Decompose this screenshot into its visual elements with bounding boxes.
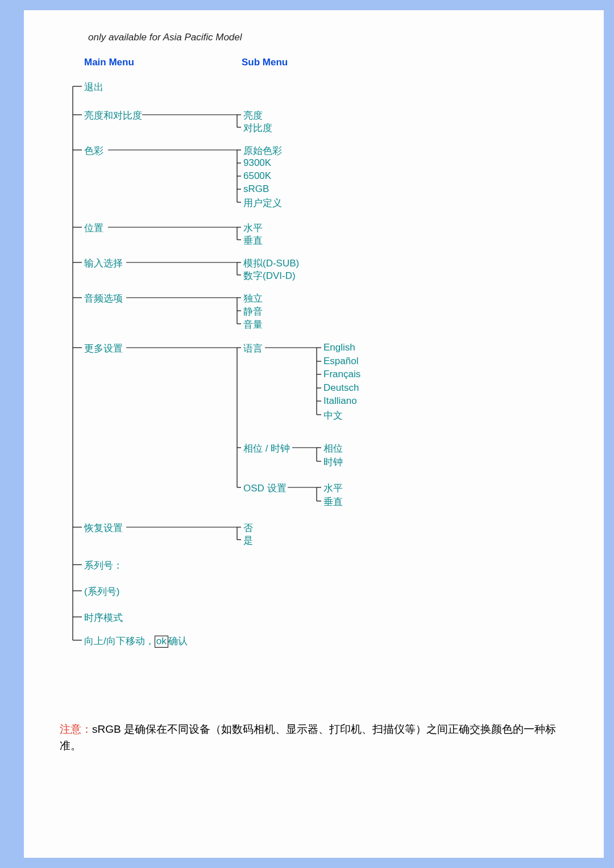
menu-more-settings: 更多设置 [84,342,123,355]
menu-exit: 退出 [84,81,103,94]
third-clock: 时钟 [323,456,343,469]
note-section: 注意：sRGB 是确保在不同设备（如数码相机、显示器、打印机、扫描仪等）之间正确… [60,721,566,754]
sub-brightness: 亮度 [243,109,263,122]
sub-reset-no: 否 [243,521,253,535]
menu-input-select: 输入选择 [84,257,123,270]
sub-reset-yes: 是 [243,534,253,547]
lang-french: Français [323,369,360,380]
note-label: 注意： [60,723,92,735]
sub-osd-settings: OSD 设置 [243,482,287,495]
sub-audio-mute: 静音 [243,305,263,318]
sub-audio-volume: 音量 [243,318,263,331]
ok-button-label: ok [155,636,168,648]
sub-audio-independent: 独立 [243,292,263,305]
sub-pos-v: 垂直 [243,234,263,247]
third-osd-h: 水平 [323,482,343,495]
menu-timing-mode: 时序模式 [84,611,123,624]
sub-input-analog: 模拟(D-SUB) [243,257,299,270]
lang-english: English [323,342,355,353]
menu-reset: 恢复设置 [84,521,123,535]
menu-color: 色彩 [84,144,103,157]
lang-chinese: 中文 [323,409,343,422]
lang-italian: Italliano [323,395,357,407]
sub-color-9300k: 9300K [243,157,271,169]
document-page: only available for Asia Pacific Model Ma… [24,10,604,858]
sub-contrast: 对比度 [243,122,272,135]
third-osd-v: 垂直 [323,495,343,508]
menu-audio: 音频选项 [84,292,123,305]
header-main-menu: Main Menu [84,57,134,68]
menu-nav-hint: 向上/向下移动，ok确认 [84,635,188,648]
sub-color-user: 用户定义 [243,197,282,210]
menu-serial-label: 系列号： [84,559,123,572]
sub-color-6500k: 6500K [243,170,271,182]
sub-color-original: 原始色彩 [243,144,282,157]
lang-spanish: Español [323,356,358,367]
header-sub-menu: Sub Menu [242,57,288,68]
nav-pre: 向上/向下移动， [84,636,155,646]
nav-post: 确认 [168,636,188,646]
sub-language: 语言 [243,342,263,355]
menu-position: 位置 [84,222,103,235]
note-text: sRGB 是确保在不同设备（如数码相机、显示器、打印机、扫描仪等）之间正确交换颜… [60,723,556,752]
sub-input-digital: 数字(DVI-D) [243,269,296,282]
lang-german: Deutsch [323,382,359,394]
menu-serial-value: (系列号) [84,585,119,598]
sub-color-srgb: sRGB [243,183,269,195]
sub-pos-h: 水平 [243,222,263,235]
sub-phase-clock: 相位 / 时钟 [243,442,290,455]
third-phase: 相位 [323,442,343,455]
subtitle: only available for Asia Pacific Model [88,32,242,43]
menu-brightness-contrast: 亮度和对比度 [84,109,142,122]
